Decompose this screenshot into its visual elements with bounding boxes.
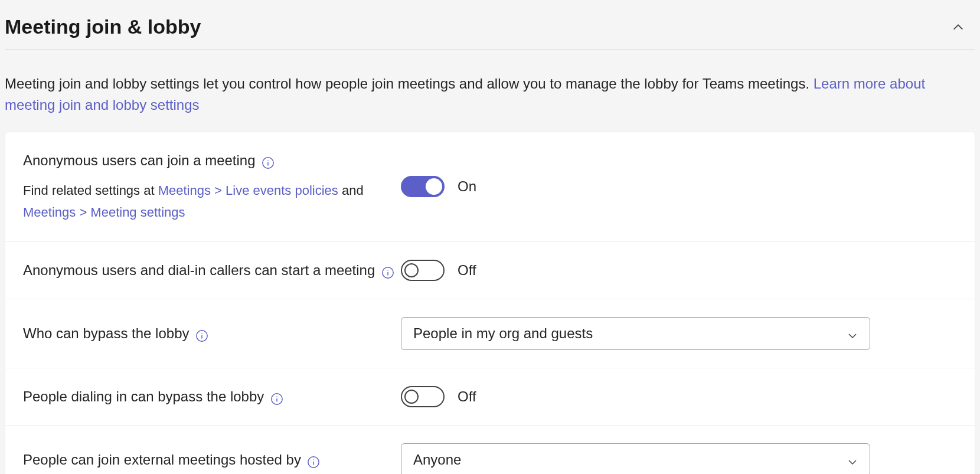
setting-row-bypass-lobby: Who can bypass the lobby People in my or… [5, 299, 975, 368]
toggle-knob [404, 390, 419, 404]
section-title: Meeting join & lobby [5, 15, 201, 38]
description-text: Meeting join and lobby settings let you … [5, 76, 814, 91]
svg-point-1 [267, 160, 268, 161]
svg-point-7 [201, 333, 202, 334]
info-icon[interactable] [307, 456, 320, 469]
setting-label-col: People dialing in can bypass the lobby [23, 386, 401, 407]
settings-card: Anonymous users can join a meeting Find … [5, 132, 975, 474]
toggle-dialin-bypass[interactable] [401, 386, 445, 407]
chevron-down-icon [847, 455, 858, 465]
sublabel-prefix: Find related settings at [23, 183, 158, 198]
setting-label: Anonymous users can join a meeting [23, 152, 256, 168]
toggle-anon-join[interactable] [401, 176, 445, 197]
meeting-join-lobby-page: Meeting join & lobby Meeting join and lo… [0, 0, 980, 474]
dropdown-value: Anyone [413, 452, 461, 468]
link-live-events-policies[interactable]: Meetings > Live events policies [158, 183, 338, 198]
setting-label: People can join external meetings hosted… [23, 452, 301, 468]
section-description: Meeting join and lobby settings let you … [5, 50, 975, 130]
toggle-anon-start[interactable] [401, 260, 445, 281]
sublabel-middle: and [342, 183, 364, 198]
setting-control-col: People in my org and guests [401, 317, 957, 350]
dropdown-bypass-lobby[interactable]: People in my org and guests [401, 317, 870, 350]
toggle-knob [404, 263, 419, 277]
setting-label: Who can bypass the lobby [23, 325, 190, 341]
setting-row-external-hosted: People can join external meetings hosted… [5, 426, 975, 474]
setting-label-col: People can join external meetings hosted… [23, 449, 401, 470]
svg-point-10 [276, 396, 277, 397]
link-meeting-settings[interactable]: Meetings > Meeting settings [23, 205, 185, 220]
setting-control-col: Off [401, 386, 957, 407]
section-header[interactable]: Meeting join & lobby [5, 5, 975, 50]
info-icon[interactable] [381, 266, 394, 279]
setting-label-col: Anonymous users can join a meeting Find … [23, 150, 401, 224]
setting-label-col: Who can bypass the lobby [23, 323, 401, 344]
chevron-down-icon [847, 328, 858, 339]
setting-row-anon-join: Anonymous users can join a meeting Find … [5, 132, 975, 242]
toggle-state-label: Off [458, 388, 476, 405]
info-icon[interactable] [195, 329, 208, 342]
svg-point-4 [387, 270, 388, 270]
dropdown-external-hosted[interactable]: Anyone [401, 443, 870, 474]
setting-label-col: Anonymous users and dial-in callers can … [23, 260, 401, 281]
setting-label: Anonymous users and dial-in callers can … [23, 262, 375, 278]
setting-sublabel: Find related settings at Meetings > Live… [23, 179, 401, 224]
toggle-knob [426, 178, 442, 195]
setting-control-col: Off [401, 260, 957, 281]
setting-control-col: On [401, 176, 957, 197]
dropdown-value: People in my org and guests [413, 325, 593, 342]
setting-row-anon-start: Anonymous users and dial-in callers can … [5, 242, 975, 299]
toggle-state-label: Off [458, 262, 476, 279]
setting-label: People dialing in can bypass the lobby [23, 388, 264, 404]
info-icon[interactable] [270, 393, 283, 406]
setting-control-col: Anyone [401, 443, 957, 474]
chevron-up-icon[interactable] [952, 21, 965, 34]
svg-point-13 [313, 459, 314, 460]
info-icon[interactable] [262, 156, 275, 169]
toggle-state-label: On [458, 178, 476, 195]
setting-row-dialin-bypass: People dialing in can bypass the lobby O… [5, 368, 975, 426]
